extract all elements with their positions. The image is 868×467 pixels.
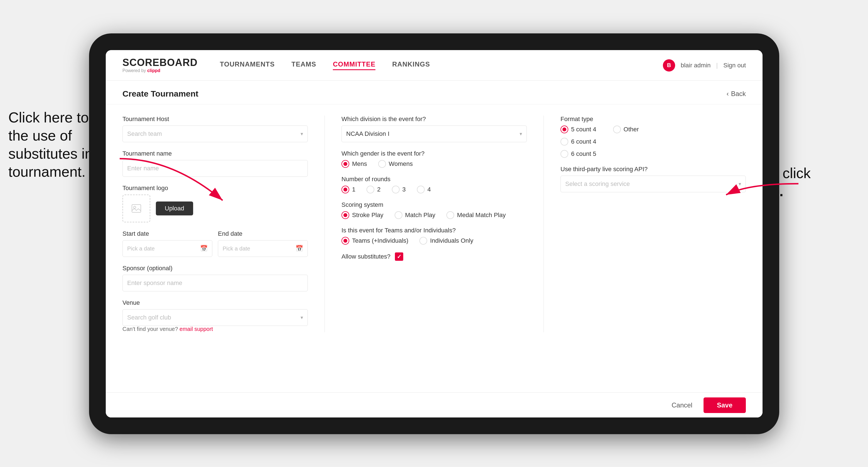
start-date-input[interactable]: Pick a date 📅 bbox=[122, 240, 212, 257]
nav-committee[interactable]: COMMITTEE bbox=[333, 60, 375, 70]
gender-mens[interactable]: Mens bbox=[341, 160, 367, 168]
sponsor-input[interactable]: Enter sponsor name bbox=[122, 275, 308, 291]
logo-area: SCOREBOARD Powered by clippd bbox=[122, 58, 197, 73]
tablet-screen: SCOREBOARD Powered by clippd TOURNAMENTS… bbox=[106, 50, 763, 417]
scoring-system-group: Scoring system Stroke Play Match Play bbox=[341, 201, 527, 219]
division-value: NCAA Division I bbox=[346, 130, 389, 137]
middle-column: Which division is the event for? NCAA Di… bbox=[341, 116, 527, 332]
gender-womens-radio[interactable] bbox=[378, 160, 386, 168]
check-icon: ✓ bbox=[397, 253, 402, 260]
scoring-service-select[interactable]: Select a scoring service ▾ bbox=[560, 176, 746, 192]
scoring-match-label: Match Play bbox=[405, 212, 436, 219]
form-footer: Cancel Save bbox=[106, 393, 763, 417]
scoring-stroke-radio[interactable] bbox=[341, 211, 349, 219]
start-date-placeholder: Pick a date bbox=[127, 246, 155, 252]
tournament-host-input[interactable]: Search team ▾ bbox=[122, 126, 308, 142]
email-support-link[interactable]: email support bbox=[180, 326, 213, 332]
nav-links: TOURNAMENTS TEAMS COMMITTEE RANKINGS bbox=[220, 60, 663, 70]
rounds-1[interactable]: 1 bbox=[341, 186, 355, 193]
rounds-4[interactable]: 4 bbox=[417, 186, 431, 193]
venue-group: Venue Search golf club ▾ Can't find your… bbox=[122, 299, 308, 332]
cancel-button[interactable]: Cancel bbox=[666, 398, 698, 412]
rounds-4-radio[interactable] bbox=[417, 186, 425, 193]
gender-options: Mens Womens bbox=[341, 160, 527, 168]
event-teams[interactable]: Teams (+Individuals) bbox=[341, 237, 408, 245]
end-date-group: End date Pick a date 📅 bbox=[218, 230, 308, 257]
rounds-1-radio[interactable] bbox=[341, 186, 349, 193]
column-separator bbox=[324, 116, 325, 332]
footer-spacer bbox=[106, 343, 763, 369]
format-6count4-radio[interactable] bbox=[560, 138, 568, 146]
event-type-options: Teams (+Individuals) Individuals Only bbox=[341, 237, 527, 245]
format-6count5-radio[interactable] bbox=[560, 150, 568, 158]
logo-placeholder[interactable] bbox=[122, 194, 150, 222]
venue-label: Venue bbox=[122, 299, 308, 306]
venue-support: Can't find your venue? email support bbox=[122, 326, 308, 332]
sponsor-group: Sponsor (optional) Enter sponsor name bbox=[122, 265, 308, 291]
start-date-label: Start date bbox=[122, 230, 212, 238]
nav-rankings[interactable]: RANKINGS bbox=[392, 60, 430, 70]
right-column: Format type 5 count 4 Other bbox=[560, 116, 746, 332]
tablet-frame: SCOREBOARD Powered by clippd TOURNAMENTS… bbox=[89, 33, 779, 434]
left-column: Tournament Host Search team ▾ Tournament… bbox=[122, 116, 308, 332]
tournament-logo-label: Tournament logo bbox=[122, 185, 308, 192]
gender-womens[interactable]: Womens bbox=[378, 160, 413, 168]
rounds-2-radio[interactable] bbox=[367, 186, 374, 193]
format-other-radio[interactable] bbox=[613, 126, 621, 133]
scoring-api-label: Use third-party live scoring API? bbox=[560, 165, 746, 173]
division-label: Which division is the event for? bbox=[341, 116, 527, 123]
gender-label: Which gender is the event for? bbox=[341, 150, 527, 157]
rounds-1-label: 1 bbox=[352, 186, 355, 193]
gender-mens-radio[interactable] bbox=[341, 160, 349, 168]
event-type-label: Is this event for Teams and/or Individua… bbox=[341, 227, 527, 234]
scoring-stroke-label: Stroke Play bbox=[352, 212, 383, 219]
event-individuals[interactable]: Individuals Only bbox=[420, 237, 473, 245]
substitutes-label: Allow substitutes? bbox=[341, 253, 391, 260]
end-date-input[interactable]: Pick a date 📅 bbox=[218, 240, 308, 257]
sign-out-link[interactable]: Sign out bbox=[723, 62, 746, 69]
user-avatar: B bbox=[663, 59, 675, 71]
column-separator-2 bbox=[544, 116, 544, 332]
tournament-name-placeholder: Enter name bbox=[127, 165, 159, 172]
format-row-1: 5 count 4 Other bbox=[560, 126, 746, 133]
format-type-label: Format type bbox=[560, 116, 746, 123]
rounds-4-label: 4 bbox=[428, 186, 431, 193]
upload-button[interactable]: Upload bbox=[156, 201, 193, 215]
save-button[interactable]: Save bbox=[704, 398, 746, 413]
rounds-2[interactable]: 2 bbox=[367, 186, 380, 193]
scoring-match-radio[interactable] bbox=[395, 211, 402, 219]
event-teams-radio[interactable] bbox=[341, 237, 349, 245]
rounds-3[interactable]: 3 bbox=[392, 186, 406, 193]
format-5count4-radio[interactable] bbox=[560, 126, 568, 133]
event-individuals-radio[interactable] bbox=[420, 237, 427, 245]
division-group: Which division is the event for? NCAA Di… bbox=[341, 116, 527, 142]
tournament-name-input[interactable]: Enter name bbox=[122, 160, 308, 177]
scoring-match-play[interactable]: Match Play bbox=[395, 211, 436, 219]
rounds-group: Number of rounds 1 2 bbox=[341, 176, 527, 193]
chevron-down-icon: ▾ bbox=[301, 131, 303, 137]
scoring-medal-radio[interactable] bbox=[446, 211, 454, 219]
format-5count4[interactable]: 5 count 4 bbox=[560, 126, 596, 133]
scoring-chevron-icon: ▾ bbox=[739, 181, 741, 187]
event-type-group: Is this event for Teams and/or Individua… bbox=[341, 227, 527, 245]
rounds-3-radio[interactable] bbox=[392, 186, 400, 193]
nav-tournaments[interactable]: TOURNAMENTS bbox=[220, 60, 275, 70]
back-label: Back bbox=[731, 90, 746, 98]
substitutes-checkbox[interactable]: ✓ bbox=[395, 252, 403, 261]
rounds-options: 1 2 3 4 bbox=[341, 186, 527, 193]
scoring-medal-match[interactable]: Medal Match Play bbox=[446, 211, 506, 219]
logo-clippd: clippd bbox=[147, 68, 160, 73]
format-other-label: Other bbox=[624, 126, 639, 133]
substitutes-row: Allow substitutes? ✓ bbox=[341, 252, 527, 261]
back-link[interactable]: ‹ Back bbox=[726, 90, 746, 98]
nav-teams[interactable]: TEAMS bbox=[291, 60, 316, 70]
venue-input[interactable]: Search golf club ▾ bbox=[122, 309, 308, 326]
format-other[interactable]: Other bbox=[613, 126, 639, 133]
format-6count4[interactable]: 6 count 4 bbox=[560, 138, 746, 146]
gender-group: Which gender is the event for? Mens Wome… bbox=[341, 150, 527, 168]
rounds-label: Number of rounds bbox=[341, 176, 527, 183]
division-select[interactable]: NCAA Division I ▾ bbox=[341, 126, 527, 142]
scoring-stroke-play[interactable]: Stroke Play bbox=[341, 211, 383, 219]
format-6count5[interactable]: 6 count 5 bbox=[560, 150, 746, 158]
nav-bar: SCOREBOARD Powered by clippd TOURNAMENTS… bbox=[106, 50, 763, 81]
